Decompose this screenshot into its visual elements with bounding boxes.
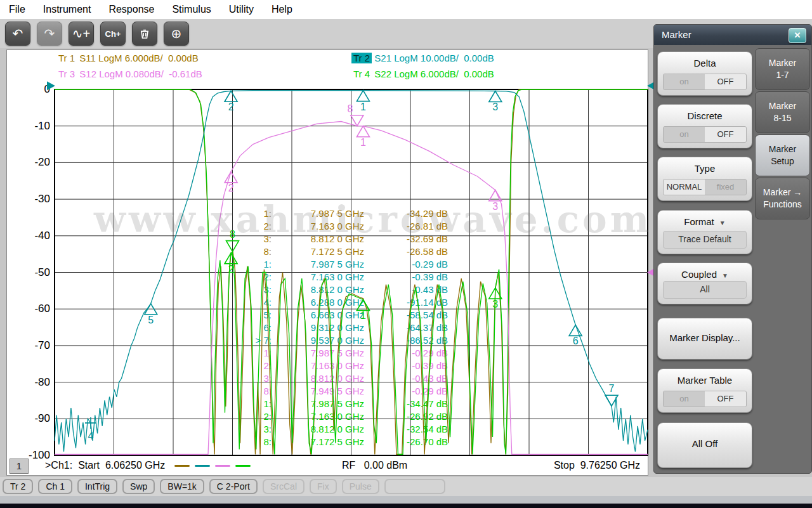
undo-icon[interactable]: ↶ — [5, 22, 30, 46]
tab-marker-1-7[interactable]: Marker 1-7 — [755, 48, 810, 90]
footer-edge — [0, 504, 812, 508]
stop-value[interactable]: 9.76250 GHz — [580, 460, 640, 471]
menu-instrument[interactable]: Instrument — [34, 0, 100, 19]
add-channel-icon[interactable]: Ch+ — [100, 22, 126, 46]
delete-icon[interactable] — [132, 22, 157, 46]
marker-s21-6 — [569, 325, 582, 335]
marker-display-button[interactable]: Marker Display... — [657, 318, 752, 360]
menu-stimulus[interactable]: Stimulus — [163, 0, 219, 19]
y-axis-tick: -40 — [13, 230, 50, 242]
channel-label: >Ch1: — [45, 460, 72, 471]
trace-id[interactable]: Tr 4 — [351, 68, 372, 79]
all-off-button[interactable]: All Off — [657, 422, 752, 468]
tab-marker-functions[interactable]: Marker → Functions — [755, 178, 810, 219]
y-axis-tick: -20 — [13, 156, 50, 169]
delta-button[interactable]: Delta on OFF — [657, 51, 752, 96]
trace-label-tr3[interactable]: Tr 3 S12 LogM 0.080dB/ -0.61dB — [56, 68, 202, 79]
legend-dash-s21 — [195, 465, 210, 467]
coupled-value[interactable]: All — [663, 281, 747, 299]
tab-marker-setup[interactable]: Marker Setup — [755, 134, 810, 176]
legend-dash-s22 — [235, 465, 251, 467]
menu-bar: FileInstrumentResponseStimulusUtilityHel… — [0, 0, 812, 20]
channel-badge[interactable]: 1 — [10, 459, 29, 474]
marker-s21-5-label: 5 — [148, 315, 154, 325]
redo-icon: ↷ — [37, 22, 62, 46]
start-value[interactable]: 6.06250 GHz — [105, 460, 165, 471]
softkey-pulse[interactable]: Pulse — [342, 479, 379, 494]
y-axis-tick: -70 — [13, 339, 50, 352]
softkey-c-2-port[interactable]: C 2-Port — [209, 479, 258, 494]
marker-s21-1-label: 1 — [360, 101, 366, 112]
y-axis-tick: -80 — [13, 376, 50, 389]
marker-panel: Marker ✕ Delta on OFF Discrete on OFF Ty… — [653, 24, 812, 474]
y-axis-tick: -90 — [13, 412, 50, 425]
trace-id[interactable]: Tr 1 — [56, 53, 77, 63]
menu-file[interactable]: File — [0, 0, 34, 19]
zoom-in-icon[interactable]: ⊕ — [164, 22, 189, 46]
rf-value[interactable]: 0.00 dBm — [364, 460, 407, 471]
marker-s22-8-label: 8 — [230, 229, 235, 240]
legend-dash-s12 — [215, 465, 230, 467]
rf-power: RF 0.00 dBm — [342, 460, 407, 471]
softkey-swp[interactable]: Swp — [122, 479, 155, 494]
softkey-fix[interactable]: Fix — [310, 479, 337, 494]
chevron-down-icon: ▼ — [722, 272, 728, 279]
marker-s21-1 — [357, 91, 369, 101]
legend-dash-s11 — [174, 465, 190, 467]
chevron-down-icon: ▼ — [719, 219, 726, 226]
trace-id[interactable]: Tr 3 — [56, 68, 77, 79]
marker-s21-6-label: 6 — [573, 335, 579, 346]
discrete-toggle[interactable]: on OFF — [663, 126, 747, 143]
marker-s12-8-label: 8 — [347, 103, 353, 114]
delta-toggle[interactable]: on OFF — [663, 74, 747, 90]
softkey-tr-2[interactable]: Tr 2 — [3, 479, 33, 494]
softkey-srccal[interactable]: SrcCal — [263, 479, 304, 494]
discrete-button[interactable]: Discrete on OFF — [657, 104, 752, 148]
y-axis-tick: -10 — [13, 120, 50, 133]
close-icon[interactable]: ✕ — [789, 28, 806, 43]
footer-strip — [0, 496, 812, 504]
marker-table-button[interactable]: Marker Table on OFF — [657, 368, 752, 413]
status-softkey-bar: Tr 2Ch 1IntTrigSwpBW=1kC 2-PortSrcCalFix… — [0, 477, 812, 496]
softkey-ch-1[interactable]: Ch 1 — [38, 479, 72, 494]
softkey-bw-1k[interactable]: BW=1k — [160, 479, 204, 494]
format-button[interactable]: Format▼ Trace Default — [657, 210, 752, 254]
type-button[interactable]: Type NORMAL fixed — [657, 157, 752, 201]
trace-format: S11 LogM 6.000dB/ 0.00dB — [77, 53, 199, 63]
marker-s12-2 — [225, 172, 237, 183]
y-axis-tick: -50 — [13, 266, 50, 279]
trace-label-tr4[interactable]: Tr 4 S22 LogM 6.000dB/ 0.00dB — [351, 68, 494, 79]
trace-format: S12 LogM 0.080dB/ -0.61dB — [77, 68, 202, 79]
menu-response[interactable]: Response — [100, 0, 163, 19]
stimulus-start: >Ch1: Start 6.06250 GHz — [45, 460, 251, 471]
measurement-display: Tr 1 S11 LogM 6.000dB/ 0.00dBTr 2 S21 Lo… — [6, 49, 648, 476]
coupled-button[interactable]: Coupled▼ All — [657, 263, 752, 304]
stimulus-stop: Stop 9.76250 GHz — [554, 460, 640, 471]
y-axis-tick: -60 — [13, 303, 50, 315]
marker-panel-title: Marker — [654, 25, 811, 45]
menu-help[interactable]: Help — [263, 0, 301, 19]
tab-marker-8-15[interactable]: Marker 8-15 — [755, 91, 810, 133]
marker-s21-2-label: 2 — [228, 101, 234, 112]
sparameter-chart: 123456781238213 — [55, 89, 648, 455]
menu-utility[interactable]: Utility — [220, 0, 263, 19]
trace-label-tr1[interactable]: Tr 1 S11 LogM 6.000dB/ 0.00dB — [56, 53, 199, 63]
stop-label: Stop — [554, 460, 575, 471]
trace-legend — [174, 465, 251, 467]
add-trace-icon[interactable]: ∿+ — [69, 22, 94, 46]
marker-s21-3-label: 3 — [492, 101, 498, 112]
trace-label-tr2[interactable]: Tr 2 S21 LogM 10.00dB/ 0.00dB — [351, 53, 494, 63]
marker-s12-3-label: 3 — [492, 201, 498, 212]
format-value[interactable]: Trace Default — [663, 231, 747, 249]
marker-s22-2-label: 2 — [228, 264, 234, 275]
marker-table-toggle[interactable]: on OFF — [663, 391, 747, 407]
trace-id[interactable]: Tr 2 — [351, 53, 372, 63]
start-label: Start — [78, 460, 100, 471]
y-axis-tick: -30 — [13, 193, 50, 205]
type-toggle[interactable]: NORMAL fixed — [663, 179, 747, 195]
softkey-inttrig[interactable]: IntTrig — [77, 479, 117, 494]
marker-s12-1-label: 1 — [360, 137, 366, 148]
y-axis-tick: 0 — [13, 83, 50, 96]
plot-grid: 1:7.987 5 GHz-34.29 dB2:7.163 0 GHz-26.8… — [55, 89, 648, 455]
softkey-blank[interactable] — [384, 479, 445, 494]
